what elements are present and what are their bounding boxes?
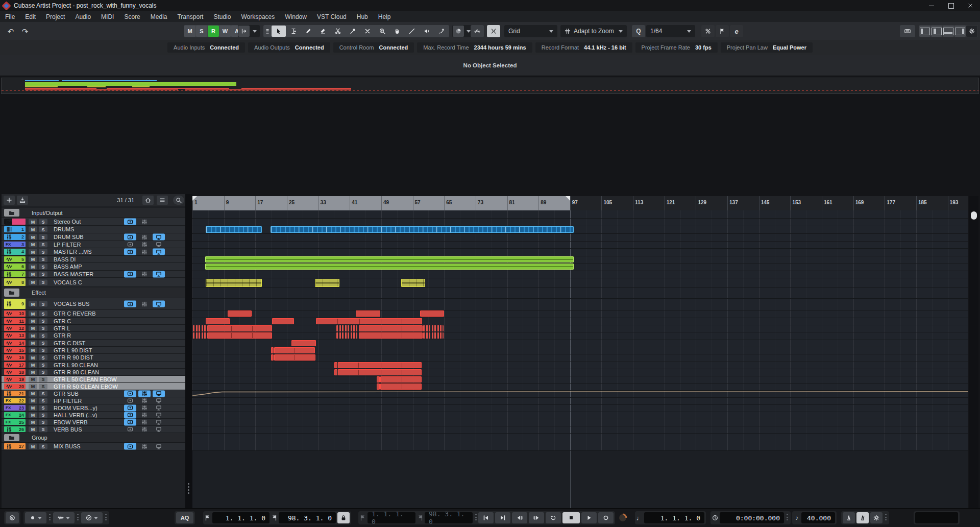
zoom-tool[interactable] — [375, 26, 389, 37]
redo-icon[interactable]: ↷ — [19, 26, 31, 37]
mute-button[interactable]: M — [29, 325, 37, 331]
auto-quantize-button[interactable]: AQ — [176, 512, 193, 523]
pointer-tool[interactable] — [272, 26, 286, 37]
solo-button[interactable]: S — [39, 376, 47, 382]
channel-strip-badge[interactable] — [138, 234, 151, 241]
quantize-panel-button[interactable] — [716, 25, 729, 37]
tempo-note-icon[interactable]: ♪ — [794, 515, 800, 521]
line-tool[interactable] — [405, 26, 419, 37]
handle-icon[interactable] — [264, 26, 271, 37]
menu-item-score[interactable]: Score — [119, 12, 145, 22]
track-name[interactable]: HALL VERB (...v) — [54, 412, 97, 418]
solo-button[interactable]: S — [39, 256, 47, 262]
right-locator-icon[interactable] — [271, 515, 277, 521]
audio-clip-guitar[interactable] — [271, 354, 274, 361]
audio-clip-guitar[interactable] — [338, 362, 422, 368]
mute-button[interactable]: M — [29, 234, 37, 240]
primary-time-display[interactable]: 1. 1. 1. 0 — [644, 512, 704, 523]
track-name[interactable]: BASS MASTER — [54, 271, 93, 277]
menu-item-project[interactable]: Project — [41, 12, 70, 22]
monitor-badge[interactable] — [153, 241, 165, 248]
track-name[interactable]: GTR SUB — [54, 391, 79, 397]
track-name[interactable]: VOCALS C — [54, 279, 82, 285]
track-row-stereo-out[interactable]: MSStereo Out — [2, 218, 185, 226]
audio-clip-guitar[interactable] — [359, 325, 423, 331]
solo-button[interactable]: S — [39, 249, 47, 255]
status-audio-inputs[interactable]: Audio InputsConnected — [167, 42, 245, 53]
play-button[interactable] — [581, 512, 597, 523]
solo-button[interactable]: S — [39, 355, 47, 361]
midi-clip-drums[interactable] — [206, 226, 262, 233]
track-name[interactable]: GTR R 50 CLEAN EBOW — [54, 384, 118, 390]
track-row-mix-buss[interactable]: 27MSMIX BUSS — [2, 443, 185, 450]
monitor-badge[interactable] — [153, 234, 165, 241]
edit-channel-badge[interactable] — [124, 397, 136, 404]
status-max-record-time[interactable]: Max. Record Time2344 hours 59 mins — [417, 42, 532, 53]
monitor-badge[interactable] — [153, 390, 165, 397]
record-mode-dropdown[interactable] — [25, 512, 46, 523]
track-name[interactable]: MASTER ...MS — [54, 249, 92, 255]
status-audio-outputs[interactable]: Audio OutputsConnected — [248, 42, 330, 53]
channel-strip-badge[interactable] — [138, 397, 151, 404]
monitor-badge[interactable] — [153, 426, 165, 433]
track-name[interactable]: MIX BUSS — [54, 443, 81, 449]
monitor-badge[interactable] — [153, 301, 165, 307]
folder-track-row[interactable]: Group — [2, 433, 185, 443]
onscreen-keyboard-button[interactable] — [900, 25, 915, 37]
midi-clip-drums[interactable] — [271, 226, 574, 233]
solo-button[interactable]: S — [39, 347, 47, 353]
track-name[interactable]: GTR C DIST — [54, 340, 85, 346]
solo-button[interactable]: S — [39, 311, 47, 317]
right-locator-display[interactable]: 98. 3. 1. 0 — [279, 512, 336, 523]
edit-channel-badge[interactable] — [124, 390, 136, 397]
punch-in-display[interactable]: 1. 1. 1. 0 — [368, 512, 415, 523]
monitor-badge[interactable] — [153, 412, 165, 418]
mute-button[interactable]: M — [29, 444, 37, 449]
constrain-delay-button[interactable] — [6, 512, 19, 523]
toolbar-m-button[interactable]: M — [184, 26, 195, 37]
tempo-track-button[interactable] — [843, 512, 855, 523]
quantize-dropdown[interactable]: 1/64 — [646, 25, 695, 37]
empty-display[interactable] — [915, 512, 958, 523]
mute-button[interactable]: M — [29, 362, 37, 368]
monitor-badge[interactable] — [153, 443, 165, 450]
iterative-quantize-button[interactable] — [701, 25, 715, 37]
solo-button[interactable]: S — [39, 444, 47, 449]
audio-clip-vocals[interactable] — [401, 279, 425, 287]
quantize-edit-button[interactable]: e — [730, 25, 743, 37]
solo-button[interactable]: S — [39, 369, 47, 375]
audio-clip-guitar[interactable] — [380, 376, 422, 382]
menu-item-audio[interactable]: Audio — [70, 12, 96, 22]
audio-clip-vocals[interactable] — [315, 279, 339, 287]
track-name[interactable]: HP FILTER — [54, 398, 82, 404]
snap-type-dropdown[interactable]: Grid — [504, 25, 557, 37]
monitor-badge[interactable] — [153, 419, 165, 425]
track-row-drum-sub[interactable]: 2MSDRUM SUB — [2, 233, 185, 241]
audio-clip-guitar[interactable] — [380, 384, 422, 390]
track-name[interactable]: LP FILTER — [54, 242, 81, 248]
track-row-gtr-r-90-clean[interactable]: 18MSGTR R 90 CLEAN — [2, 369, 185, 376]
solo-button[interactable]: S — [39, 264, 47, 270]
tempo-display[interactable]: 40.000 — [801, 512, 835, 523]
minimize-button[interactable] — [922, 0, 941, 11]
erase-tool[interactable] — [316, 26, 330, 37]
monitor-badge[interactable] — [153, 249, 165, 255]
track-name[interactable]: GTR L 50 CLEAN EBOW — [54, 376, 117, 382]
split-tool[interactable] — [331, 26, 345, 37]
menu-item-media[interactable]: Media — [145, 12, 173, 22]
mute-button[interactable]: M — [29, 249, 37, 255]
mute-button[interactable]: M — [29, 369, 37, 375]
track-row-gtr-l-90-clean[interactable]: 17MSGTR L 90 CLEAN — [2, 362, 185, 369]
autoscroll-button[interactable] — [238, 26, 250, 37]
ramp-tool[interactable] — [434, 26, 449, 37]
audio-record-mode-dropdown[interactable] — [53, 512, 75, 523]
mute-button[interactable]: M — [29, 227, 37, 232]
audio-clip-guitar[interactable] — [272, 318, 294, 324]
solo-button[interactable]: S — [39, 318, 47, 324]
go-to-end-button[interactable] — [495, 512, 510, 523]
audio-clip-guitar[interactable] — [420, 310, 444, 317]
edit-channel-badge[interactable] — [124, 249, 136, 255]
monitor-badge[interactable] — [153, 404, 165, 411]
track-name[interactable]: GTR R — [54, 332, 71, 339]
folder-track-row[interactable]: Input/Output — [2, 208, 185, 218]
